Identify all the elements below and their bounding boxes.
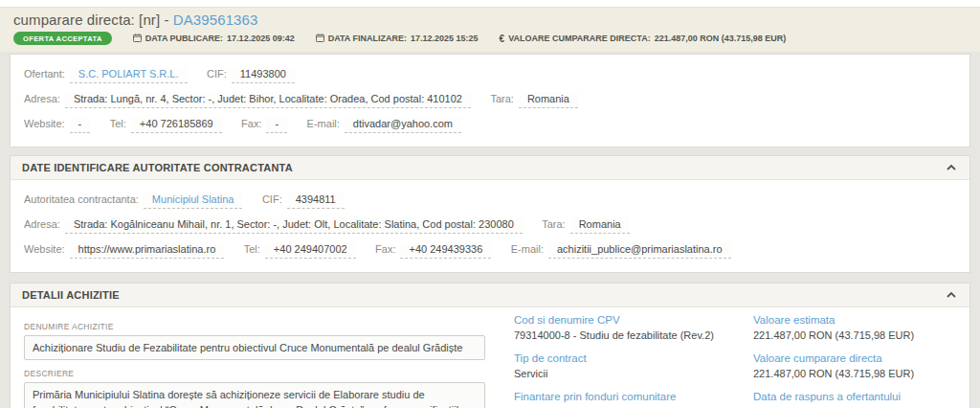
offerer-identity-row: Ofertant:S.C. POLIART S.R.L. CIF:1149380… <box>24 62 956 87</box>
descriere-label: DESCRIERE <box>24 369 485 378</box>
offerer-address-row: Adresa:Strada: Lungă, nr. 4, Sector: -, … <box>24 87 956 112</box>
authority-label: Autoritatea contractanta: <box>24 193 139 205</box>
authority-section-header: DATE IDENTIFICARE AUTORITATE CONTRACTANT… <box>11 156 969 180</box>
details-right-column: Valoare estimata 221.487,00 RON (43.715,… <box>753 313 956 408</box>
tip-contract-group: Tip de contract Servicii <box>514 351 744 381</box>
offerer-email-value: dtivadar@yahoo.com <box>345 117 461 133</box>
finantare-label: Finantare prin fonduri comunitare <box>514 390 744 404</box>
authority-tara-value: Romania <box>570 217 630 234</box>
offerer-tel-label: Tel: <box>110 118 126 129</box>
page-title-text: cumparare directa: [nr] - <box>13 11 173 28</box>
chevron-up-icon <box>947 287 956 302</box>
descriere-field[interactable]: Primăria Municipiului Slatina dorește să… <box>24 382 485 408</box>
descriere-text: Primăria Municipiului Slatina dorește să… <box>33 389 468 408</box>
cpv-label: Cod si denumire CPV <box>514 313 744 328</box>
authority-adresa-value: Strada: Kogălniceanu Mihail, nr. 1, Sect… <box>65 217 523 234</box>
offerer-tel-value: +40 726185869 <box>131 117 222 133</box>
authority-cif-label: CIF: <box>262 193 282 205</box>
offerer-cif-label: CIF: <box>207 68 227 79</box>
authority-tel-label: Tel: <box>244 243 260 255</box>
final-date-label: DATA FINALIZARE: <box>328 34 407 43</box>
details-section-header: DETALII ACHIZITIE <box>11 283 969 307</box>
finantare-group: Finantare prin fonduri comunitare Nu <box>514 390 744 408</box>
raspuns-ofertant-label: Data de raspuns a ofertantului <box>753 390 956 404</box>
top-strip <box>0 0 980 8</box>
authority-address-row: Adresa:Strada: Kogălniceanu Mihail, nr. … <box>24 213 956 238</box>
offerer-tara-label: Tara: <box>490 93 513 104</box>
offerer-fax-value: - <box>266 117 287 133</box>
details-middle-column: Cod si denumire CPV 79314000-8 - Studiu … <box>514 313 744 408</box>
final-date-value: 17.12.2025 15:25 <box>411 34 479 43</box>
header-band: cumparare directa: [nr] - DA39561363 OFE… <box>0 8 980 52</box>
denumire-field[interactable]: Achiziționare Studiu de Fezabilitate pen… <box>24 335 485 360</box>
tip-contract-value: Servicii <box>514 367 744 381</box>
offerer-website-label: Website: <box>24 118 65 129</box>
calendar-icon <box>316 34 324 44</box>
offerer-contact-row: Website:- Tel:+40 726185869 Fax:- E-mail… <box>24 112 956 137</box>
publish-date: DATA PUBLICARE: 17.12.2025 09:42 <box>133 34 295 44</box>
authority-tara-label: Tara: <box>542 218 565 230</box>
direct-purchase-value: € VALOARE CUMPARARE DIRECTA: 221.487,00 … <box>500 34 787 44</box>
ofertant-label: Ofertant: <box>24 68 65 79</box>
calendar-icon <box>133 34 142 44</box>
offerer-website-value: - <box>70 117 91 133</box>
publish-date-value: 17.12.2025 09:42 <box>227 34 295 43</box>
euro-icon: € <box>500 34 505 44</box>
authority-email-value: achizitii_publice@primariaslatina.ro <box>548 242 731 259</box>
offerer-tara-value: Romania <box>519 92 578 108</box>
collapse-authority-button[interactable] <box>947 164 956 171</box>
offerer-fax-label: Fax: <box>241 118 261 129</box>
offerer-adresa-value: Strada: Lungă, nr. 4, Sector: -, Judet: … <box>65 92 471 108</box>
valoare-cumparare-label: Valoare cumparare directa <box>753 351 956 366</box>
ofertant-link[interactable]: S.C. POLIART S.R.L. <box>70 67 188 83</box>
authority-adresa-label: Adresa: <box>24 218 60 230</box>
offerer-adresa-label: Adresa: <box>24 93 60 104</box>
direct-purchase-value-label: VALOARE CUMPARARE DIRECTA: <box>508 34 651 43</box>
authority-section-title: DATE IDENTIFICARE AUTORITATE CONTRACTANT… <box>22 162 293 173</box>
authority-cif-value: 4394811 <box>287 193 345 209</box>
authority-panel: DATE IDENTIFICARE AUTORITATE CONTRACTANT… <box>10 155 970 273</box>
publish-date-label: DATA PUBLICARE: <box>145 34 223 43</box>
details-left-column: DENUMIRE ACHIZITIE Achiziționare Studiu … <box>24 313 485 408</box>
collapse-details-button[interactable] <box>947 291 956 299</box>
cpv-group: Cod si denumire CPV 79314000-8 - Studiu … <box>514 313 744 343</box>
authority-fax-label: Fax: <box>375 243 395 255</box>
offerer-email-label: E-mail: <box>307 118 340 129</box>
authority-website-value: https://www.primariaslatina.ro <box>70 242 225 259</box>
raspuns-ofertant-group: Data de raspuns a ofertantului 17.12.202… <box>753 390 956 408</box>
details-panel: DETALII ACHIZITIE DENUMIRE ACHIZITIE Ach… <box>10 283 970 408</box>
valoare-cumparare-group: Valoare cumparare directa 221.487,00 RON… <box>753 351 956 381</box>
valoare-estimata-group: Valoare estimata 221.487,00 RON (43.715,… <box>753 313 956 343</box>
details-section-title: DETALII ACHIZITIE <box>22 289 120 301</box>
header-meta-row: OFERTA ACCEPTATA DATA PUBLICARE: 17.12.2… <box>13 32 967 45</box>
offerer-cif-value: 11493800 <box>232 67 295 83</box>
authority-link[interactable]: Municipiul Slatina <box>144 193 243 209</box>
authority-email-label: E-mail: <box>511 243 544 255</box>
authority-contact-row: Website:https://www.primariaslatina.ro T… <box>24 238 956 262</box>
offerer-panel: Ofertant:S.C. POLIART S.R.L. CIF:1149380… <box>10 54 970 147</box>
final-date: DATA FINALIZARE: 17.12.2025 15:25 <box>316 34 479 44</box>
denumire-label: DENUMIRE ACHIZITIE <box>24 322 485 331</box>
valoare-cumparare-value: 221.487,00 RON (43.715,98 EUR) <box>753 367 956 381</box>
chevron-up-icon <box>947 160 956 174</box>
authority-website-label: Website: <box>24 243 65 255</box>
page-title: cumparare directa: [nr] - DA39561363 <box>13 11 967 28</box>
authority-tel-value: +40 249407002 <box>265 242 356 259</box>
notice-number-link[interactable]: DA39561363 <box>173 11 258 28</box>
valoare-estimata-value: 221.487,00 RON (43.715,98 EUR) <box>753 329 956 343</box>
direct-purchase-value-amount: 221.487,00 RON (43.715,98 EUR) <box>655 34 787 43</box>
authority-fax-value: +40 249439336 <box>400 242 491 259</box>
tip-contract-label: Tip de contract <box>514 351 744 366</box>
status-badge: OFERTA ACCEPTATA <box>13 32 112 45</box>
cpv-value: 79314000-8 - Studiu de fezabilitate (Rev… <box>514 329 744 343</box>
valoare-estimata-label: Valoare estimata <box>753 313 956 328</box>
authority-identity-row: Autoritatea contractanta:Municipiul Slat… <box>24 188 956 213</box>
